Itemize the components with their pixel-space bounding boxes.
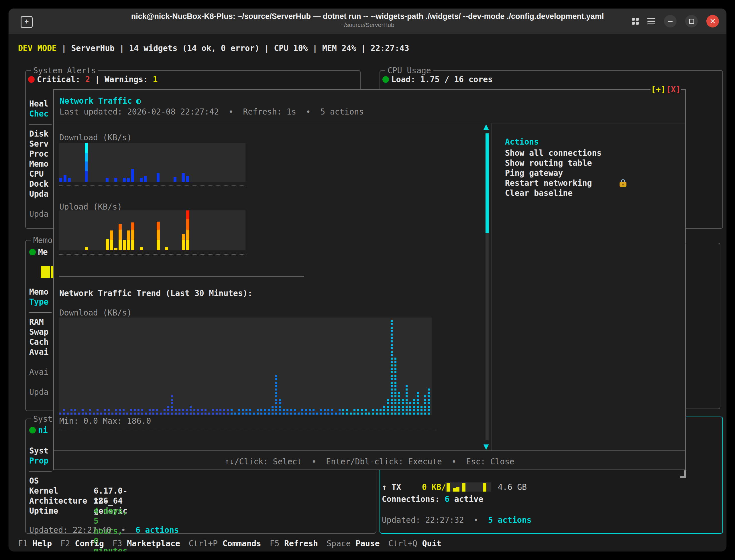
- list-item: Disk: [29, 129, 52, 139]
- tx-spark-bar: [483, 483, 486, 492]
- scroll-up-icon[interactable]: ▲: [484, 123, 489, 130]
- upload-bar: [157, 222, 160, 250]
- list-item: Cach: [29, 337, 52, 347]
- download-bar: [140, 178, 143, 182]
- action-item[interactable]: Clear baseline: [505, 188, 682, 198]
- tiles-icon[interactable]: [632, 18, 639, 25]
- trend-dot-column: [67, 413, 69, 415]
- action-item[interactable]: Show routing table: [505, 158, 682, 168]
- fkey-config[interactable]: F2 Config: [60, 539, 104, 548]
- trend-dot-column: [89, 409, 91, 415]
- download-bar: [68, 178, 71, 182]
- actions-link[interactable]: 6 actions: [135, 525, 179, 535]
- trend-dot-column: [338, 409, 340, 415]
- scroll-down-icon[interactable]: ▼: [484, 443, 489, 450]
- trend-dot-column: [126, 413, 128, 415]
- fkey-commands[interactable]: Ctrl+P Commands: [189, 539, 261, 548]
- trend-dot-column: [376, 409, 378, 415]
- upload-bar: [123, 240, 126, 250]
- trend-dot-column: [305, 409, 307, 415]
- panel-title: System Alerts: [31, 66, 98, 75]
- trend-dot-column: [409, 402, 411, 415]
- upload-bar: [85, 247, 88, 250]
- resize-handle-icon[interactable]: [680, 470, 686, 478]
- download-bar: [114, 178, 117, 182]
- half-circle-icon: ◐: [136, 96, 141, 106]
- trend-dot-column: [331, 409, 333, 415]
- trend-dot-column: [145, 413, 147, 415]
- trend-dot-column: [123, 409, 125, 415]
- trend-dot-column: [395, 358, 397, 415]
- memory-status: Me: [29, 247, 48, 257]
- trend-dot-column: [297, 413, 299, 415]
- fkey-pause[interactable]: Space Pause: [326, 539, 380, 548]
- trend-dot-column: [70, 409, 72, 415]
- trend-dot-column: [290, 409, 292, 415]
- function-key-bar: F1 HelpF2 ConfigF3 MarketplaceCtrl+P Com…: [18, 539, 442, 548]
- download-bar: [59, 178, 62, 182]
- action-item[interactable]: Restart networking: [505, 178, 682, 188]
- lock-icon: [620, 180, 626, 187]
- action-item[interactable]: Show all connections: [505, 148, 682, 158]
- trend-dot-column: [230, 409, 232, 415]
- download-bar: [174, 177, 176, 182]
- list-item: Upda: [29, 209, 52, 219]
- trend-dot-column: [190, 406, 192, 415]
- trend-dot-column: [312, 409, 314, 415]
- trend-dot-column: [100, 413, 102, 415]
- tx-label: ↑ TX: [382, 482, 401, 492]
- window-title: nick@nick-NucBox-K8-Plus: ~/source/Serve…: [9, 11, 726, 21]
- tx-sparkline: [446, 482, 491, 492]
- list-item: Upda: [29, 189, 52, 199]
- critical-dot-icon: [28, 76, 35, 83]
- trend-dot-column: [152, 409, 154, 415]
- trend-dot-column: [93, 413, 95, 415]
- trend-dot-column: [201, 409, 203, 415]
- trend-dot-column: [383, 406, 385, 415]
- trend-dot-column: [286, 409, 288, 415]
- window-subtitle: ~/source/ServerHub: [9, 21, 726, 29]
- action-item[interactable]: Ping gateway: [505, 168, 682, 178]
- trend-axis: [59, 430, 436, 430]
- trend-dot-column: [115, 409, 117, 415]
- modal-scrollbar[interactable]: ▲ ▼: [485, 123, 490, 450]
- trend-dot-column: [160, 413, 162, 415]
- widget-list: SystPropOS: [29, 446, 52, 486]
- modal-footer-hints: ↑↓/Click: Select • Enter/Dbl-click: Exec…: [54, 457, 685, 466]
- trend-dot-column: [391, 320, 393, 415]
- menu-icon[interactable]: [647, 18, 655, 25]
- trend-dot-column: [234, 413, 236, 415]
- scrollbar-thumb[interactable]: [486, 133, 489, 233]
- trend-dot-column: [271, 406, 273, 415]
- upload-bar: [114, 248, 117, 250]
- list-item: Memo: [29, 287, 52, 297]
- fkey-quit[interactable]: Ctrl+Q Quit: [389, 539, 442, 548]
- upload-bar: [110, 230, 113, 251]
- maximize-button[interactable]: [685, 15, 698, 27]
- tx-total: 4.6 GB: [498, 482, 527, 492]
- download-bar: [127, 178, 130, 182]
- trend-dot-column: [108, 409, 110, 415]
- fkey-refresh[interactable]: F5 Refresh: [270, 539, 318, 548]
- trend-dot-column: [130, 409, 132, 415]
- list-item: Dock: [29, 179, 52, 189]
- tx-row: ↑ TX 0 KB/s 4.6 GB: [382, 482, 717, 492]
- list-item: Swap: [29, 327, 52, 337]
- widget-list: HealChecDiskServProcMemoCPUDockUpdaUpda: [29, 99, 52, 219]
- minimize-button[interactable]: [664, 15, 677, 27]
- trend-dot-column: [182, 409, 184, 415]
- fkey-help[interactable]: F1 Help: [18, 539, 52, 548]
- trend-dot-column: [424, 395, 426, 415]
- modal-header: Network Traffic◐ Last updated: 2026-02-0…: [54, 90, 685, 122]
- download-bar-chart: [59, 143, 245, 182]
- trend-dot-column: [380, 409, 382, 415]
- list-item: CPU: [29, 169, 52, 179]
- trend-dot-column: [353, 409, 355, 415]
- titlebar: + nick@nick-NucBox-K8-Plus: ~/source/Ser…: [9, 9, 726, 34]
- fkey-marketplace[interactable]: F3 Marketplace: [113, 539, 180, 548]
- close-button[interactable]: ×: [706, 15, 719, 27]
- trend-dot-column: [372, 409, 374, 415]
- actions-link[interactable]: 5 actions: [488, 515, 532, 525]
- widget-list: MemoTypeRAMSwapCachAvaiAvaiUpda: [29, 287, 52, 397]
- trend-dot-column: [74, 409, 76, 415]
